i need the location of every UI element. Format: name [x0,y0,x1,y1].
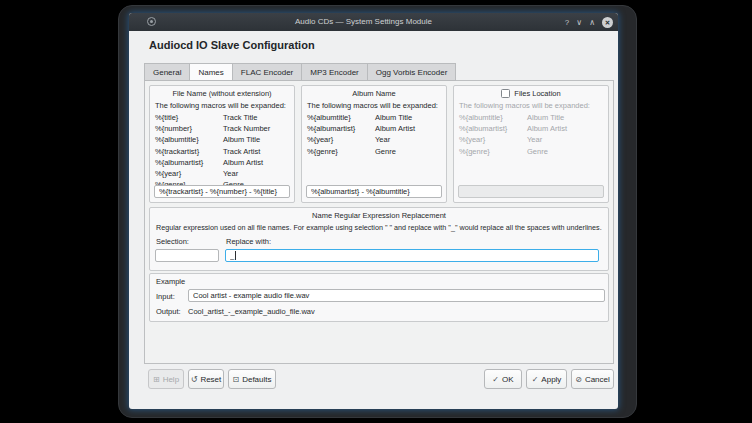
macro-row: %{year}Year [307,134,441,145]
files-location-pattern-input [458,185,604,198]
text-cursor [235,251,236,260]
selection-input[interactable] [155,249,219,262]
macro-token: %{title} [155,112,223,123]
tab-ogg-vorbis-encoder[interactable]: Ogg Vorbis Encoder [367,63,457,81]
album-name-pattern-input[interactable] [306,185,442,198]
macro-desc: Album Title [375,112,412,123]
macro-token: %{albumtitle} [155,134,223,145]
settings-window: Audio CDs — System Settings Module ? ∨ ∧… [129,13,618,409]
help-button-label: Help [163,375,179,384]
regex-replacement-group: Name Regular Expression Replacement Regu… [149,207,609,271]
macro-token: %{year} [459,134,527,145]
example-output-label: Output: [156,307,181,316]
macro-desc: Year [527,134,542,145]
ok-button-label: OK [502,375,514,384]
group-title: File Name (without extension) [150,86,294,98]
macro-desc: Genre [375,146,396,157]
example-input[interactable] [188,289,605,302]
macro-token: %{albumtitle} [459,112,527,123]
files-location-group: Files Location The following macros will… [453,85,609,203]
help-button[interactable]: ⊞ Help [148,369,184,389]
macro-token: %{albumtitle} [307,112,375,123]
macro-desc: Year [375,134,390,145]
macro-desc: Track Number [223,123,270,134]
macro-token: %{genre} [307,146,375,157]
macro-list: %{title}Track Title %{number}Track Numbe… [150,110,294,190]
replace-with-input[interactable] [225,249,599,262]
shade-button[interactable]: ∨ [576,17,582,28]
apply-button-label: Apply [541,375,561,384]
macro-token: %{trackartist} [155,146,223,157]
macro-desc: Year [223,168,238,179]
macro-row: %{albumtitle}Album Title [459,112,603,123]
macro-token: %{albumartist} [459,123,527,134]
macro-desc: Track Artist [223,146,260,157]
macro-list: %{albumtitle}Album Title %{albumartist}A… [302,110,446,157]
file-name-group: File Name (without extension) The follow… [149,85,295,203]
macros-hint: The following macros will be expanded: [150,98,294,110]
group-title: Album Name [302,86,446,98]
cancel-icon: ⊘ [575,375,582,384]
defaults-button-label: Defaults [242,375,271,384]
reset-button-label: Reset [200,375,221,384]
defaults-icon: ⊡ [232,375,239,384]
macro-token: %{genre} [459,146,527,157]
album-name-group: Album Name The following macros will be … [301,85,447,203]
tab-names[interactable]: Names [189,63,231,81]
example-output-value: Cool_artist_-_example_audio_file.wav [188,307,315,316]
macro-row: %{genre}Genre [307,146,441,157]
names-tab-page: File Name (without extension) The follow… [144,80,614,364]
group-title: Name Regular Expression Replacement [150,208,608,220]
tab-flac-encoder[interactable]: FLAC Encoder [232,63,301,81]
group-title: Files Location [514,89,560,98]
macro-desc: Album Artist [223,157,263,168]
replace-with-label: Replace with: [226,237,271,246]
window-title: Audio CDs — System Settings Module [169,13,558,31]
macros-hint: The following macros will be expanded: [454,98,608,110]
files-location-checkbox[interactable] [501,89,510,98]
titlebar[interactable]: Audio CDs — System Settings Module ? ∨ ∧… [129,13,618,31]
maximize-button[interactable]: ∧ [589,17,595,28]
tab-mp3-encoder[interactable]: MP3 Encoder [301,63,366,81]
app-cd-icon [147,17,156,26]
reset-button[interactable]: ↺ Reset [188,369,224,389]
macro-row: %{number}Track Number [155,123,289,134]
macro-desc: Album Artist [527,123,567,134]
apply-button[interactable]: ✓ Apply [526,369,567,389]
page-title: Audiocd IO Slave Configuration [149,39,315,51]
macro-desc: Genre [527,146,548,157]
macro-row: %{genre}Genre [459,146,603,157]
macro-token: %{year} [307,134,375,145]
selection-label: Selection: [156,237,189,246]
macros-hint: The following macros will be expanded: [302,98,446,110]
ok-check-icon: ✓ [492,375,499,384]
macro-row: %{albumartist}Album Artist [155,157,289,168]
macro-row: %{albumtitle}Album Title [155,134,289,145]
defaults-button[interactable]: ⊡ Defaults [228,369,276,389]
regex-description: Regular expression used on all file name… [150,220,608,232]
macro-row: %{title}Track Title [155,112,289,123]
file-name-pattern-input[interactable] [154,185,290,198]
titlebar-help-button[interactable]: ? [565,17,569,28]
macro-list: %{albumtitle}Album Title %{albumartist}A… [454,110,608,157]
macro-row: %{albumartist}Album Artist [307,123,441,134]
tab-bar: General Names FLAC Encoder MP3 Encoder O… [144,63,456,81]
macro-desc: Album Artist [375,123,415,134]
macro-row: %{year}Year [459,134,603,145]
example-input-label: Input: [156,292,175,301]
macro-row: %{trackartist}Track Artist [155,146,289,157]
macro-token: %{albumartist} [155,157,223,168]
ok-button[interactable]: ✓ OK [484,369,522,389]
group-title: Example [150,274,608,286]
tab-general[interactable]: General [144,63,189,81]
cancel-button-label: Cancel [585,375,610,384]
close-button[interactable]: ✕ [602,17,613,28]
macro-row: %{year}Year [155,168,289,179]
apply-check-icon: ✓ [532,375,539,384]
cancel-button[interactable]: ⊘ Cancel [571,369,614,389]
example-group: Example Input: Output: Cool_artist_-_exa… [149,273,609,322]
macro-token: %{number} [155,123,223,134]
screen-bezel: Audio CDs — System Settings Module ? ∨ ∧… [118,5,637,418]
macro-desc: Track Title [223,112,257,123]
reset-icon: ↺ [191,375,198,384]
